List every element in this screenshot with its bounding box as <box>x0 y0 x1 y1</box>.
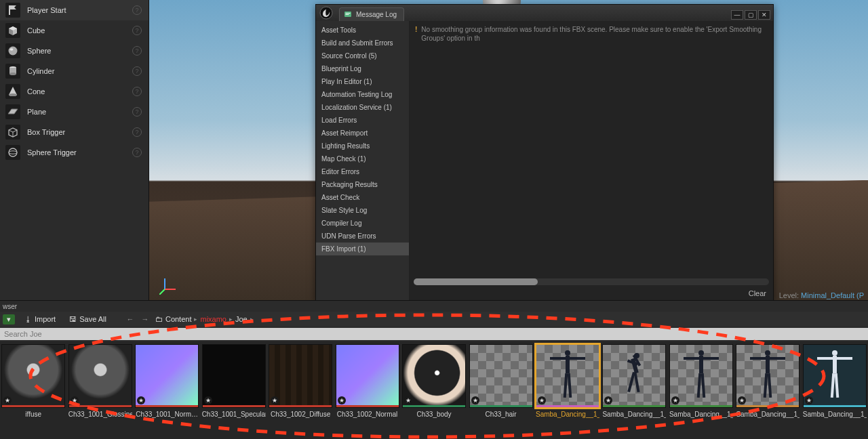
breadcrumb-joe[interactable]: Joe <box>235 315 248 323</box>
window-close-button[interactable]: ✕ <box>758 10 770 20</box>
message-log-category[interactable]: Packaging Results <box>316 178 409 191</box>
message-log-category[interactable]: Editor Errors <box>316 165 409 178</box>
asset-tile[interactable]: ★Ch33_body <box>402 344 466 439</box>
breadcrumb-content[interactable]: Content <box>165 315 192 323</box>
actor-item-label: Cube <box>27 26 45 35</box>
message-log-messages[interactable]: ! No smoothing group information was fou… <box>410 21 773 300</box>
breadcrumb-mixamo[interactable]: mixamo <box>200 315 226 323</box>
asset-tile[interactable]: ★Samba_Dancing__1__Anim_mixamo_com <box>602 344 666 439</box>
asset-tile[interactable]: ★Ch33_1001_Specular <box>201 344 265 439</box>
actor-item-player-start[interactable]: Player Start? <box>0 0 149 20</box>
asset-dirty-icon: ★ <box>471 396 479 404</box>
sphere-icon <box>5 43 20 58</box>
asset-type-stripe <box>670 405 732 407</box>
help-icon[interactable]: ? <box>132 148 142 157</box>
message-log-category[interactable]: UDN Parse Errors <box>316 230 409 243</box>
help-icon[interactable]: ? <box>132 5 142 15</box>
asset-thumbnail[interactable]: ★ <box>536 344 599 408</box>
asset-tile[interactable]: ★Ch33_1001_Glossiness <box>68 344 132 439</box>
message-log-category[interactable]: Map Check (1) <box>316 152 409 165</box>
asset-thumbnail[interactable]: ★ <box>803 344 867 408</box>
asset-dirty-icon: ★ <box>671 396 679 404</box>
asset-type-stripe <box>736 405 799 407</box>
content-browser-tab-fragment[interactable]: wser <box>0 301 868 312</box>
actor-item-cylinder[interactable]: Cylinder? <box>0 61 149 81</box>
message-log-entry[interactable]: ! No smoothing group information was fou… <box>410 21 773 47</box>
window-minimize-button[interactable]: — <box>731 10 743 20</box>
actor-item-label: Box Trigger <box>27 128 65 136</box>
asset-tile[interactable]: ★Ch33_1002_Normal <box>335 344 399 439</box>
asset-thumbnail[interactable]: ★ <box>602 344 666 408</box>
asset-type-stripe <box>203 405 265 407</box>
message-log-category[interactable]: Asset Tools <box>316 24 409 37</box>
message-log-scrollbar[interactable] <box>414 278 769 285</box>
asset-tile[interactable]: ★Ch33_1002_Diffuse <box>269 344 332 439</box>
help-icon[interactable]: ? <box>132 26 142 35</box>
import-button[interactable]: ⭳ Import <box>20 314 60 324</box>
actor-item-plane[interactable]: Plane? <box>0 102 149 122</box>
message-log-category[interactable]: Blueprint Log <box>316 62 409 75</box>
actor-item-label: Plane <box>27 108 46 116</box>
message-log-category[interactable]: Asset Check <box>316 191 409 204</box>
asset-thumbnail[interactable]: ★ <box>269 344 332 408</box>
asset-thumbnail[interactable]: ★ <box>669 344 733 408</box>
help-icon[interactable]: ? <box>132 46 142 56</box>
message-log-category[interactable]: Compiler Log <box>316 217 409 230</box>
message-log-category[interactable]: Asset Reimport <box>316 127 409 140</box>
message-log-clear-button[interactable]: Clear <box>749 289 766 297</box>
asset-tile[interactable]: ★Samba_Dancing__1_ <box>536 344 599 439</box>
save-all-button[interactable]: 🖫 Save All <box>65 314 111 324</box>
actor-item-cube[interactable]: Cube? <box>0 20 149 41</box>
asset-tile[interactable]: ★Ch33_1001_Norm… <box>135 344 199 439</box>
spheretrig-icon <box>5 145 20 160</box>
asset-tile[interactable]: ★Samba_Dancing__1__Skeleton <box>803 344 867 439</box>
actor-item-box-trigger[interactable]: Box Trigger? <box>0 122 149 142</box>
help-icon[interactable]: ? <box>132 127 142 137</box>
message-log-category-list[interactable]: Asset ToolsBuild and Submit ErrorsSource… <box>316 21 410 300</box>
asset-tile[interactable]: ★Samba_Dancing__1__PhysicsAsset <box>736 344 800 439</box>
asset-thumbnail[interactable]: ★ <box>135 344 199 408</box>
asset-type-stripe <box>269 405 332 407</box>
asset-thumbnail[interactable]: ★ <box>469 344 533 408</box>
asset-tile[interactable]: ★Samba_Dancing__1__Anim_Take_001 <box>669 344 733 439</box>
actor-item-cone[interactable]: Cone? <box>0 81 149 102</box>
help-icon[interactable]: ? <box>132 87 142 96</box>
window-maximize-button[interactable]: ▢ <box>745 10 757 20</box>
asset-type-stripe <box>603 405 665 407</box>
asset-thumbnail[interactable]: ★ <box>402 344 466 408</box>
message-log-category[interactable]: Lighting Results <box>316 140 409 152</box>
content-browser-search-input[interactable] <box>0 328 868 340</box>
message-log-category[interactable]: Load Errors <box>316 114 409 127</box>
asset-label: Ch33_1001_Specular <box>202 411 266 427</box>
svg-point-10 <box>9 148 17 156</box>
actor-item-sphere[interactable]: Sphere? <box>0 41 149 61</box>
help-icon[interactable]: ? <box>132 66 142 76</box>
message-log-category[interactable]: Localization Service (1) <box>316 101 409 114</box>
asset-dirty-icon: ★ <box>271 396 279 404</box>
message-log-category[interactable]: Build and Submit Errors <box>316 37 409 49</box>
asset-thumbnail[interactable]: ★ <box>1 344 65 408</box>
asset-tile[interactable]: ★iffuse <box>1 344 65 439</box>
actor-item-sphere-trigger[interactable]: Sphere Trigger? <box>0 142 149 163</box>
message-log-window[interactable]: Message Log — ▢ ✕ Asset ToolsBuild and S… <box>315 4 774 301</box>
asset-thumbnail[interactable]: ★ <box>68 344 132 408</box>
asset-thumbnail[interactable]: ★ <box>202 344 266 408</box>
scrollbar-thumb[interactable] <box>414 278 538 285</box>
message-log-titlebar[interactable]: Message Log — ▢ ✕ <box>316 5 773 21</box>
nav-forward-button[interactable]: → <box>140 314 150 324</box>
nav-back-button[interactable]: ← <box>125 314 135 324</box>
message-log-tab[interactable]: Message Log <box>339 7 404 21</box>
message-log-category[interactable]: Play In Editor (1) <box>316 75 409 88</box>
help-icon[interactable]: ? <box>132 107 142 117</box>
asset-thumbnail[interactable]: ★ <box>736 344 800 408</box>
message-log-category[interactable]: Slate Style Log <box>316 204 409 217</box>
content-browser-assets[interactable]: ★iffuse★Ch33_1001_Glossiness★Ch33_1001_N… <box>0 341 868 439</box>
asset-tile[interactable]: ★Ch33_hair <box>469 344 532 439</box>
svg-point-9 <box>9 93 17 96</box>
message-log-category[interactable]: FBX Import (1) <box>316 243 409 255</box>
message-log-category[interactable]: Source Control (5) <box>316 49 409 62</box>
add-new-button[interactable]: ▾ <box>3 314 15 325</box>
asset-type-stripe <box>2 405 64 407</box>
message-log-category[interactable]: Automation Testing Log <box>316 88 409 101</box>
asset-thumbnail[interactable]: ★ <box>336 344 399 408</box>
